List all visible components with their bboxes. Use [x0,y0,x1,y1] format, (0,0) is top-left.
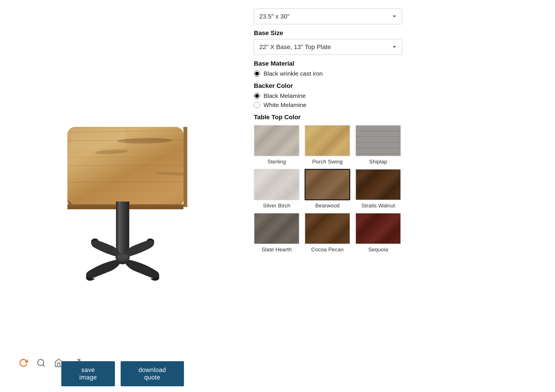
save-image-button[interactable]: save image [61,361,115,386]
base-material-radio-1[interactable] [254,70,260,77]
color-item-stratis-walnut[interactable]: Stratis Walnut [355,169,401,209]
backer-color-white-label: White Melamine [264,102,307,108]
color-label-porch-swing: Porch Swing [312,159,343,165]
backer-color-radio-black[interactable] [254,93,260,99]
color-label-silver-birch: Silver Birch [263,203,290,209]
swatch-slate-hearth-inner [254,213,299,244]
size-select[interactable]: 23.5" x 30" 24" x 24" 24" x 30" 30" x 30… [254,9,402,24]
color-label-slate-hearth: Slate Hearth [262,246,292,253]
color-item-shiplap[interactable]: Shiplap [355,125,401,165]
backer-color-black[interactable]: Black Melamine [254,92,541,99]
svg-rect-16 [70,128,125,151]
base-material-title: Base Material [254,60,541,67]
color-label-sterling: Sterling [268,159,286,165]
backer-color-radio-group: Black Melamine White Melamine [254,92,541,108]
color-item-sequoia[interactable]: Sequoia [355,213,401,253]
swatch-bearwood-inner [305,170,349,199]
color-item-bearwood[interactable]: Bearwood [305,169,350,209]
swatch-silver-birch-inner [254,169,299,200]
color-swatch-silver-birch [254,169,299,200]
swatch-stratis-walnut-inner [356,169,400,200]
color-grid: Sterling Porch Swing Shiplap Silver Birc… [254,125,541,253]
table-top-color-title: Table Top Color [254,114,541,121]
swatch-sterling-inner [254,126,299,156]
swatch-cocoa-pecan-inner [305,213,350,244]
base-size-group: Base Size 22" X Base, 13" Top Plate 28" … [254,29,541,55]
color-item-sterling[interactable]: Sterling [254,125,299,165]
table-svg [37,108,208,284]
color-label-stratis-walnut: Stratis Walnut [361,203,395,209]
color-item-slate-hearth[interactable]: Slate Hearth [254,213,299,253]
backer-color-radio-white[interactable] [254,102,260,108]
svg-point-21 [117,254,128,259]
color-label-shiplap: Shiplap [369,159,387,165]
base-material-section: Base Material Black wrinkle cast iron [254,60,541,77]
table-top-color-section: Table Top Color Sterling Porch Swing Shi… [254,114,541,253]
backer-color-title: Backer Color [254,82,541,90]
base-size-select[interactable]: 22" X Base, 13" Top Plate 28" X Base, 13… [254,39,402,55]
left-panel: save image download quote [0,0,245,392]
backer-color-section: Backer Color Black Melamine White Melami… [254,82,541,108]
svg-rect-15 [183,127,187,207]
base-material-label-1: Black wrinkle cast iron [264,70,323,77]
color-item-silver-birch[interactable]: Silver Birch [254,169,299,209]
product-image [20,93,225,299]
base-size-label: Base Size [254,29,541,37]
color-item-cocoa-pecan[interactable]: Cocoa Pecan [305,213,350,253]
download-quote-button[interactable]: download quote [121,361,184,386]
color-label-cocoa-pecan: Cocoa Pecan [311,246,344,253]
right-panel: 23.5" x 30" 24" x 24" 24" x 30" 30" x 30… [245,0,555,392]
color-swatch-shiplap [355,125,401,156]
color-swatch-sequoia [355,213,401,244]
swatch-shiplap-inner [356,126,400,156]
color-item-porch-swing[interactable]: Porch Swing [305,125,350,165]
action-buttons: save image download quote [61,361,184,386]
base-material-radio-group: Black wrinkle cast iron [254,70,541,77]
backer-color-white[interactable]: White Melamine [254,102,541,108]
backer-color-black-label: Black Melamine [264,92,306,99]
swatch-porch-swing-inner [305,126,350,156]
color-swatch-slate-hearth [254,213,299,244]
color-swatch-bearwood [305,169,350,200]
color-swatch-porch-swing [305,125,350,156]
color-swatch-stratis-walnut [355,169,401,200]
svg-line-23 [43,365,44,366]
color-swatch-cocoa-pecan [305,213,350,244]
color-swatch-sterling [254,125,299,156]
size-selector-group: 23.5" x 30" 24" x 24" 24" x 30" 30" x 30… [254,9,541,24]
color-label-bearwood: Bearwood [315,203,340,209]
base-material-option-1[interactable]: Black wrinkle cast iron [254,70,541,77]
color-label-sequoia: Sequoia [368,246,388,253]
swatch-sequoia-inner [356,213,400,244]
refresh-icon[interactable] [17,357,30,369]
zoom-icon[interactable] [35,357,47,369]
